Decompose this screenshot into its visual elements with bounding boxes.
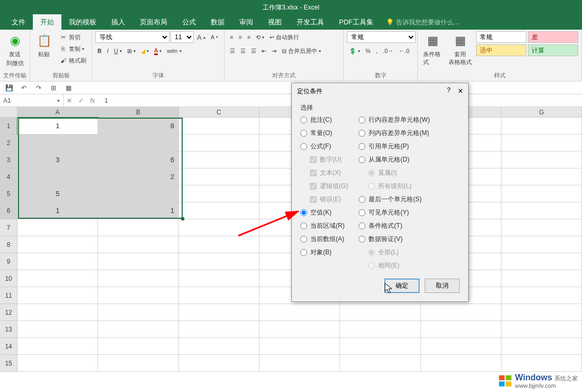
cell-B8[interactable] [98,236,178,253]
orientation-button[interactable]: ⟲▾ [254,31,266,43]
row-header-13[interactable]: 13 [0,321,17,338]
row-header-7[interactable]: 7 [0,219,17,236]
cell-G5[interactable] [502,185,582,202]
radio-current-region[interactable]: 当前区域(R) [300,221,348,230]
cell-C11[interactable] [179,287,259,304]
cell-A7[interactable] [17,219,98,236]
cell-B11[interactable] [98,287,178,304]
align-middle-button[interactable]: ≡ [236,31,244,43]
radio-cond-format[interactable]: 条件格式(T) [359,221,429,230]
close-icon[interactable]: × [458,86,463,96]
cell-G1[interactable] [502,118,582,135]
tell-me[interactable]: 💡 告诉我您想要做什么… [386,18,460,27]
cell-A4[interactable] [17,168,98,185]
copy-button[interactable]: ⎘复制▾ [57,43,88,55]
cell-D15[interactable] [259,355,340,372]
fx-button[interactable]: fx [90,97,95,104]
cell-C8[interactable] [179,236,259,253]
wrap-text-button[interactable]: ↩自动换行 [267,31,301,43]
cell-B5[interactable] [98,185,178,202]
cell-B2[interactable] [98,135,178,152]
cell-E13[interactable] [340,321,420,338]
align-left-button[interactable]: ☰ [228,45,237,57]
cell-B6[interactable]: 1 [98,202,178,219]
cell-B10[interactable] [98,270,178,287]
cell-A2[interactable] [17,135,98,152]
format-painter-button[interactable]: 🖌格式刷 [57,55,88,66]
italic-button[interactable]: I [105,45,111,57]
tab-insert[interactable]: 插入 [104,14,132,30]
decrease-decimal-button[interactable]: ←.0 [397,45,411,57]
increase-indent-button[interactable]: ⇥ [270,45,279,57]
fill-handle[interactable] [181,217,184,220]
radio-validation[interactable]: 数据验证(V) [359,235,429,244]
cell-D13[interactable] [259,321,340,338]
conditional-format-button[interactable]: ▦ 条件格式 [421,31,444,67]
cell-G13[interactable] [502,321,582,338]
cell-C12[interactable] [179,304,259,321]
align-center-button[interactable]: ☰ [238,45,248,57]
cell-G9[interactable] [502,253,582,270]
cell-B15[interactable] [98,355,178,372]
radio-current-array[interactable]: 当前数组(A) [300,235,348,244]
radio-formulas[interactable]: 公式(F) [300,142,348,151]
cell-E14[interactable] [340,338,420,355]
cell-F15[interactable] [421,355,502,372]
number-format-select[interactable]: 常规 [347,31,416,43]
row-header-1[interactable]: 1 [0,118,17,135]
cell-G3[interactable] [502,152,582,168]
row-header-8[interactable]: 8 [0,236,17,253]
row-header-3[interactable]: 3 [0,152,17,168]
cell-F14[interactable] [421,338,502,355]
underline-button[interactable]: U▾ [112,45,124,57]
col-header-G[interactable]: G [502,107,582,117]
cell-A14[interactable] [17,338,98,355]
cell-C13[interactable] [179,321,259,338]
radio-dependents[interactable]: 从属单元格(D) [359,155,429,164]
row-header-15[interactable]: 15 [0,355,17,372]
radio-row-diff[interactable]: 行内容差异单元格(W) [359,115,429,124]
cell-G11[interactable] [502,287,582,304]
bold-button[interactable]: B [95,45,104,57]
cell-A10[interactable] [17,270,98,287]
dialog-titlebar[interactable]: 定位条件 ? × [292,83,468,99]
increase-font-button[interactable]: A▴ [195,31,208,43]
cell-B12[interactable] [98,304,178,321]
cell-D14[interactable] [259,338,340,355]
fill-color-button[interactable]: ◢▾ [139,45,151,57]
cell-C9[interactable] [179,253,259,270]
col-header-C[interactable]: C [179,107,259,117]
border-button[interactable]: ⊞▾ [125,45,138,57]
col-header-A[interactable]: A [17,107,98,117]
paste-button[interactable]: 📋 粘贴 [33,31,55,59]
cell-G6[interactable] [502,202,582,219]
name-box[interactable]: A1 ▾ [0,94,64,106]
cell-B1[interactable]: 8 [98,118,178,135]
cancel-formula-button[interactable]: ✕ [67,97,72,104]
help-icon[interactable]: ? [447,86,451,96]
cell-A12[interactable] [17,304,98,321]
cell-C6[interactable] [179,202,259,219]
radio-col-diff[interactable]: 列内容差异单元格(M) [359,129,429,138]
col-header-B[interactable]: B [98,107,178,117]
cell-A6[interactable]: 1 [17,202,98,219]
cell-C1[interactable] [179,118,259,135]
qat-button-1[interactable]: ⊞ [49,83,58,93]
cell-B3[interactable]: 6 [98,152,178,168]
cell-G4[interactable] [502,168,582,185]
decrease-font-button[interactable]: A▾ [209,31,220,43]
cell-C4[interactable] [179,168,259,185]
font-color-button[interactable]: A▾ [152,45,164,57]
cell-C7[interactable] [179,219,259,236]
row-header-5[interactable]: 5 [0,185,17,202]
tab-layout[interactable]: 页面布局 [132,14,175,30]
cell-G12[interactable] [502,304,582,321]
tab-file[interactable]: 文件 [4,14,33,30]
send-to-wechat-button[interactable]: ◉ 发送 到微信 [4,31,26,68]
currency-button[interactable]: 💲▾ [347,45,362,57]
tab-home[interactable]: 开始 [33,14,61,30]
style-neutral[interactable]: 计算 [528,44,578,56]
radio-blanks[interactable]: 空值(K) [300,208,348,217]
merge-button[interactable]: ⊟合并后居中▾ [280,45,323,57]
save-button[interactable]: 💾 [4,83,14,93]
